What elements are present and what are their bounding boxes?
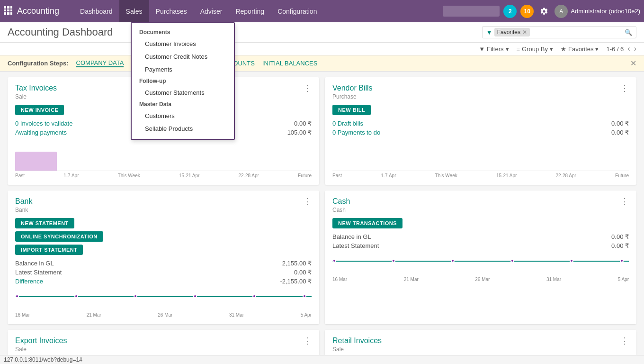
- stat-latest-value: 0.00 ₹: [611, 242, 629, 249]
- import-statement-button[interactable]: IMPORT STATEMENT: [15, 245, 83, 255]
- card-title[interactable]: Cash: [332, 197, 350, 206]
- step-initial-balances[interactable]: INITIAL BALANCES: [262, 60, 318, 67]
- card-subtitle: Bank: [15, 207, 32, 213]
- customers-item[interactable]: Customers: [132, 109, 234, 122]
- card-menu[interactable]: ⋮: [620, 84, 629, 92]
- nav-reporting[interactable]: Reporting: [229, 0, 271, 22]
- stat-payments-label[interactable]: 0 Payments to do: [332, 129, 380, 136]
- search-area: ▼ Favorites ✕ 🔍: [482, 26, 636, 38]
- stat-invoices-value: 0.00 ₹: [294, 120, 312, 127]
- timeline-dot-2: [392, 259, 395, 263]
- timeline-dot-3: [451, 259, 455, 263]
- export-invoices-card: Export Invoices Sale ⋮ NEW INVOICE 0 Inv…: [8, 330, 319, 357]
- svg-rect-6: [4, 12, 6, 15]
- right-icons: 2 10 A Administrator (odoo10e2): [443, 5, 640, 18]
- timeline: [332, 256, 629, 265]
- nav-purchases[interactable]: Purchases: [149, 0, 194, 22]
- stat-awaiting-label[interactable]: Awaiting payments: [15, 129, 67, 136]
- prev-page[interactable]: ‹: [627, 45, 630, 53]
- filter-icon: ▼: [486, 29, 492, 36]
- next-page[interactable]: ›: [634, 45, 636, 53]
- pagination: 1-6 / 6 ‹ ›: [606, 45, 636, 53]
- stat-row: 0 Draft bills 0.00 ₹: [332, 119, 629, 128]
- pagination-text: 1-6 / 6: [606, 46, 624, 53]
- new-invoice-button[interactable]: NEW INVOICE: [15, 105, 64, 115]
- groupby-btn[interactable]: ≡ Group By ▾: [517, 46, 554, 53]
- filters-btn[interactable]: ▼ Filters ▾: [479, 46, 509, 53]
- svg-rect-1: [7, 6, 9, 9]
- step-company-data[interactable]: COMPANY DATA: [76, 59, 124, 67]
- card-menu[interactable]: ⋮: [620, 337, 629, 345]
- top-search-input[interactable]: [443, 6, 500, 17]
- card-header: Bank Bank ⋮: [15, 197, 312, 213]
- timeline-dot-2: [74, 294, 78, 298]
- new-transactions-button[interactable]: NEW TRANSACTIONS: [332, 218, 402, 228]
- groupby-chevron: ▾: [550, 46, 553, 53]
- card-menu[interactable]: ⋮: [303, 84, 312, 92]
- card-subtitle: Purchase: [332, 93, 373, 100]
- grid-icon[interactable]: [4, 6, 12, 16]
- card-menu[interactable]: ⋮: [303, 197, 312, 206]
- statusbar: 127.0.0.1:8011/web?debug=1#: [0, 355, 644, 357]
- page-title: Accounting Dashboard: [8, 26, 113, 38]
- documents-section: Documents: [132, 27, 234, 37]
- admin-label: Administrator (odoo10e2): [571, 8, 640, 15]
- svg-rect-0: [4, 6, 6, 9]
- card-menu[interactable]: ⋮: [303, 337, 312, 345]
- search-input[interactable]: [530, 29, 625, 36]
- notification-badge[interactable]: 10: [520, 5, 534, 18]
- svg-rect-8: [10, 12, 12, 15]
- card-title[interactable]: Retail Invoices: [332, 337, 382, 345]
- config-steps: Configuration Steps: COMPANY DATA BANK A…: [0, 55, 644, 72]
- svg-rect-4: [7, 9, 9, 11]
- favorites-tag: Favorites ✕: [494, 28, 530, 36]
- sales-dropdown: Documents Customer Invoices Customer Cre…: [131, 22, 235, 140]
- chart-labels: Past 1-7 Apr This Week 15-21 Apr 22-28 A…: [332, 173, 629, 178]
- main-content: Tax Invoices Sale ⋮ NEW INVOICE 0 Invoic…: [0, 72, 644, 357]
- timeline-dot-1: [15, 294, 19, 298]
- timeline-labels: 16 Mar 21 Mar 26 Mar 31 Mar 5 Apr: [15, 312, 312, 318]
- app-title: Accounting: [17, 6, 59, 16]
- customer-invoices-item[interactable]: Customer Invoices: [132, 37, 234, 50]
- config-close[interactable]: ✕: [630, 59, 636, 68]
- card-header: Vendor Bills Purchase ⋮: [332, 84, 629, 100]
- card-title[interactable]: Tax Invoices: [15, 84, 57, 92]
- stat-row: Balance in GL 2,155.00 ₹: [15, 259, 312, 268]
- search-icon[interactable]: 🔍: [625, 29, 632, 36]
- nav-sales[interactable]: Sales: [119, 0, 149, 22]
- timeline-dot-5: [252, 294, 256, 298]
- sellable-products-item[interactable]: Sellable Products: [132, 122, 234, 135]
- stat-draft-label[interactable]: 0 Draft bills: [332, 120, 363, 127]
- online-sync-button[interactable]: ONLINE SYNCHRONIZATION: [15, 231, 103, 242]
- nav-configuration[interactable]: Configuration: [271, 0, 323, 22]
- nav-adviser[interactable]: Adviser: [194, 0, 229, 22]
- search-box[interactable]: ▼ Favorites ✕ 🔍: [482, 26, 636, 38]
- card-actions: NEW STATEMENT ONLINE SYNCHRONIZATION IMP…: [15, 218, 312, 255]
- masterdata-section: Master Data: [132, 99, 234, 109]
- favorites-close[interactable]: ✕: [522, 29, 527, 36]
- card-title[interactable]: Bank: [15, 197, 32, 206]
- new-bill-button[interactable]: NEW BILL: [332, 105, 371, 115]
- card-subtitle: Cash: [332, 207, 350, 213]
- card-header: Export Invoices Sale ⋮: [15, 337, 312, 353]
- stat-invoices-label[interactable]: 0 Invoices to validate: [15, 120, 72, 127]
- card-title[interactable]: Export Invoices: [15, 337, 67, 345]
- stat-gl-value: 0.00 ₹: [611, 233, 629, 240]
- payments-item[interactable]: Payments: [132, 63, 234, 76]
- nav-dashboard[interactable]: Dashboard: [73, 0, 119, 22]
- chat-badge[interactable]: 2: [503, 5, 517, 18]
- favorites-btn[interactable]: ★ Favorites ▾: [561, 46, 599, 53]
- timeline-dot-4: [193, 294, 197, 298]
- card-title[interactable]: Vendor Bills: [332, 84, 373, 92]
- settings-icon[interactable]: [537, 5, 551, 18]
- stat-row-2: Latest Statement 0.00 ₹: [332, 241, 629, 250]
- customer-credit-notes-item[interactable]: Customer Credit Notes: [132, 50, 234, 63]
- customer-statements-item[interactable]: Customer Statements: [132, 86, 234, 99]
- admin-info[interactable]: A Administrator (odoo10e2): [555, 5, 640, 18]
- secondary-header: Accounting Dashboard ▼ Favorites ✕ 🔍: [0, 22, 644, 43]
- timeline-dot-5: [570, 259, 573, 263]
- statusbar-url: 127.0.0.1:8011/web?debug=1#: [4, 356, 82, 357]
- card-menu[interactable]: ⋮: [620, 197, 629, 206]
- stat-diff-label[interactable]: Difference: [15, 278, 43, 285]
- new-statement-button[interactable]: NEW STATEMENT: [15, 218, 74, 228]
